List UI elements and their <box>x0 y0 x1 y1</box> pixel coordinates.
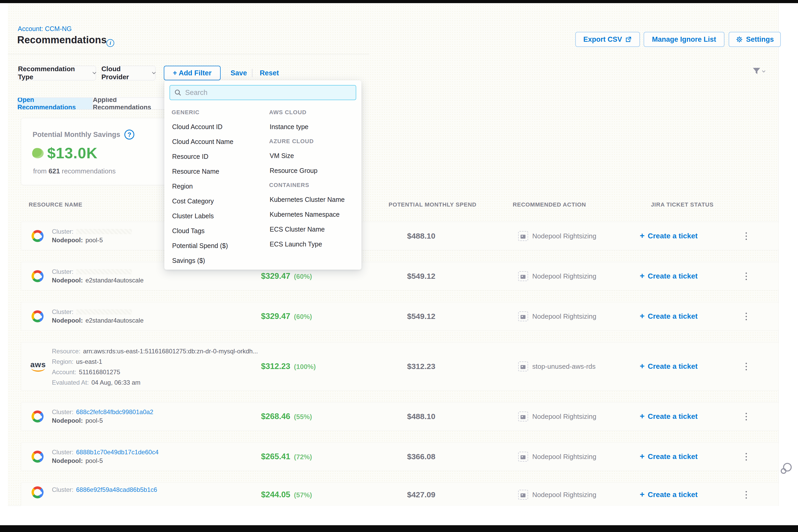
external-link-icon <box>625 36 632 43</box>
create-ticket-button[interactable]: +Create a ticket <box>640 362 698 371</box>
support-headset-icon[interactable] <box>780 462 793 476</box>
column-header-potential-monthly-spend[interactable]: POTENTIAL MONTHLY SPEND <box>388 201 476 208</box>
add-filter-dropdown: GENERIC Cloud Account ID Cloud Account N… <box>164 80 361 270</box>
settings-button[interactable]: Settings <box>729 32 781 47</box>
recommendations-tabs: Open Recommendations Applied Recommendat… <box>17 97 171 110</box>
action-icon <box>518 231 528 241</box>
create-ticket-button[interactable]: +Create a ticket <box>640 490 698 499</box>
funnel-icon <box>752 67 761 76</box>
region-value: us-east-1 <box>76 358 102 365</box>
table-row[interactable]: Cluster: Nodepool:pool-5 $488.10 Nodepoo… <box>21 222 779 250</box>
table-row[interactable]: Cluster:688c2fefc84fbdc99801a0a2 Nodepoo… <box>21 402 779 431</box>
header-divider <box>8 54 369 54</box>
action-label: Nodepool Rightsizing <box>532 413 596 421</box>
spend-value: $549.12 <box>407 272 435 281</box>
row-menu-kebab[interactable] <box>741 361 751 372</box>
cluster-link[interactable]: 6888b1c70e49db17c1de60c4 <box>76 449 158 456</box>
row-menu-kebab[interactable] <box>741 270 751 282</box>
recommendation-type-filter[interactable]: Recommendation Type <box>18 66 96 80</box>
table-row[interactable]: Cluster:6888b1c70e49db17c1de60c4 Nodepoo… <box>21 442 779 471</box>
cluster-label: Cluster: <box>52 308 74 316</box>
plus-icon: + <box>640 311 645 321</box>
filter-option[interactable]: ECS Cluster Name <box>269 222 365 237</box>
table-row[interactable]: Cluster: Nodepool:e2standar4autoscale $3… <box>21 262 779 290</box>
column-header-recommended-action[interactable]: RECOMMENDED ACTION <box>513 201 586 208</box>
row-menu-kebab[interactable] <box>741 451 751 462</box>
bottom-black-bar <box>0 525 798 532</box>
filter-option[interactable]: Cloud Tags <box>172 224 267 239</box>
dropdown-section-aws-cloud: AWS CLOUD <box>269 106 365 119</box>
column-header-jira-ticket-status[interactable]: JIRA TICKET STATUS <box>651 201 714 208</box>
redacted-cluster-name <box>76 269 132 274</box>
cluster-link[interactable]: 6886e92f59a48cad86b5b1c6 <box>76 486 157 493</box>
nodepool-value: pool-5 <box>86 457 103 464</box>
create-ticket-button[interactable]: +Create a ticket <box>640 412 698 421</box>
info-icon[interactable]: i <box>107 39 114 47</box>
column-filter-button[interactable] <box>752 67 765 76</box>
redacted-cluster-name <box>76 229 132 234</box>
account-breadcrumb[interactable]: Account: CCM-NG <box>18 25 72 33</box>
cluster-link[interactable]: 688c2fefc84fbdc99801a0a2 <box>76 408 153 416</box>
nodepool-value: e2standar4autoscale <box>86 317 144 324</box>
reset-filter-button[interactable]: Reset <box>260 66 279 80</box>
create-ticket-button[interactable]: +Create a ticket <box>640 312 698 321</box>
filter-option[interactable]: Cloud Account Name <box>172 134 267 149</box>
save-filter-button[interactable]: Save <box>230 66 247 80</box>
action-label: Nodepool Rightsizing <box>532 453 596 461</box>
action-icon <box>518 271 528 281</box>
spend-value: $427.09 <box>407 490 435 499</box>
dropdown-search-input[interactable] <box>185 89 352 97</box>
export-csv-button[interactable]: Export CSV <box>575 32 640 47</box>
filter-option[interactable]: Cost Category <box>172 194 267 209</box>
gcp-cloud-icon <box>32 310 43 322</box>
filter-option[interactable]: Cluster Labels <box>172 209 267 224</box>
gcp-cloud-icon <box>32 451 43 463</box>
create-ticket-button[interactable]: +Create a ticket <box>640 272 698 281</box>
table-row[interactable]: Cluster: Nodepool:e2standar4autoscale $3… <box>21 302 779 331</box>
filter-option[interactable]: Resource Name <box>172 164 267 179</box>
plus-icon: + <box>640 490 645 499</box>
filter-option[interactable]: ECS Launch Type <box>269 237 365 252</box>
spend-value: $366.08 <box>407 452 435 461</box>
savings-amount: $13.0K <box>47 144 97 162</box>
gcp-cloud-icon <box>32 230 43 242</box>
create-ticket-button[interactable]: +Create a ticket <box>640 232 698 241</box>
tab-open-recommendations[interactable]: Open Recommendations <box>17 98 93 109</box>
cluster-label: Cluster: <box>52 408 74 416</box>
row-menu-kebab[interactable] <box>741 411 751 422</box>
gear-icon <box>736 36 743 43</box>
row-menu-kebab[interactable] <box>741 230 751 242</box>
manage-ignore-list-button[interactable]: Manage Ignore List <box>644 32 724 47</box>
dropdown-search[interactable] <box>170 85 356 100</box>
action-icon <box>518 412 528 421</box>
help-icon[interactable]: ? <box>125 130 134 139</box>
export-csv-label: Export CSV <box>583 36 622 43</box>
row-menu-kebab[interactable] <box>741 489 751 500</box>
table-row[interactable]: Cluster:6886e92f59a48cad86b5b1c6 $244.05… <box>21 482 779 506</box>
filter-option[interactable]: VM Size <box>269 148 365 163</box>
action-label: stop-unused-aws-rds <box>532 362 596 370</box>
evaluated-at-value: 04 Aug, 06:33 am <box>91 379 140 386</box>
filter-option[interactable]: Instance type <box>269 119 365 134</box>
table-row[interactable]: aws Resource:arn:aws:rds:us-east-1:51161… <box>21 342 779 391</box>
cluster-label: Cluster: <box>52 268 74 276</box>
column-header-resource-name[interactable]: RESOURCE NAME <box>29 201 82 208</box>
filter-option[interactable]: Potential Spend ($) <box>172 239 267 253</box>
filter-option[interactable]: Resource ID <box>172 149 267 164</box>
action-icon <box>518 361 528 372</box>
money-bag-icon <box>31 147 44 159</box>
filter-option[interactable]: Cloud Account ID <box>172 119 267 134</box>
filter-option[interactable]: Kubernetes Namespace <box>269 207 365 222</box>
cloud-provider-filter[interactable]: Cloud Provider <box>101 66 155 80</box>
filter-option[interactable]: Kubernetes Cluster Name <box>269 192 365 207</box>
filter-bar-divider <box>252 69 252 77</box>
aws-icon: aws <box>30 361 46 372</box>
row-menu-kebab[interactable] <box>741 310 751 322</box>
create-ticket-button[interactable]: +Create a ticket <box>640 452 698 461</box>
tab-applied-recommendations[interactable]: Applied Recommendations <box>93 98 171 109</box>
cloud-provider-label: Cloud Provider <box>101 65 149 81</box>
add-filter-button[interactable]: + Add Filter <box>164 66 221 80</box>
filter-option[interactable]: Savings ($) <box>172 253 267 268</box>
filter-option[interactable]: Region <box>172 179 267 194</box>
filter-option[interactable]: Resource Group <box>269 163 365 178</box>
